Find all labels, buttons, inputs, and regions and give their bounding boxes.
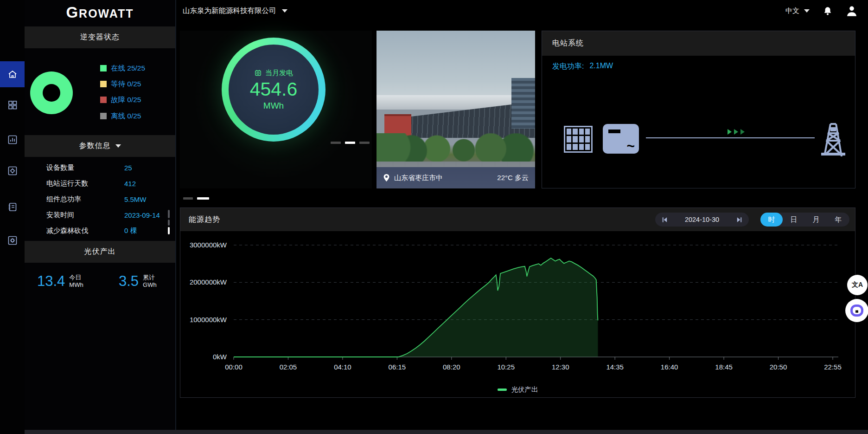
generation-power: 发电功率:2.1MW — [552, 62, 613, 71]
param-row: 电站运行天数412 — [25, 175, 175, 191]
rail-item-device[interactable] — [0, 158, 25, 184]
brand-logo: GROWATT — [25, 4, 175, 21]
pv-total: 3.5 累计GWh — [119, 273, 157, 290]
energy-trend-title: 能源趋势 — [189, 215, 220, 225]
plant-selector[interactable]: 山东泉为新能源科技有限公司 — [183, 6, 287, 16]
settings-gear-icon — [7, 235, 18, 246]
inverter-icon: ~ — [603, 124, 639, 154]
notifications-button[interactable] — [823, 6, 833, 16]
monthly-generation-card: 当月发电 454.6 MWh — [180, 31, 372, 188]
tab-hour[interactable]: 时 — [760, 213, 783, 227]
svg-text:04:10: 04:10 — [334, 363, 351, 371]
left-panel: GROWATT 逆变器状态 在线 25/25 等待 0/25 故障 0/25 离… — [25, 0, 176, 434]
selected-date[interactable]: 2024-10-30 — [685, 216, 719, 223]
svg-text:16:40: 16:40 — [661, 363, 678, 371]
tab-month[interactable]: 月 — [805, 213, 827, 227]
gauge-value: 454.6 — [250, 78, 298, 100]
legend-swatch — [498, 389, 507, 391]
inverter-status-title: 逆变器状态 — [80, 32, 120, 42]
language-selector[interactable]: 中文 — [785, 6, 810, 15]
waiting-swatch — [100, 81, 107, 87]
account-button[interactable] — [846, 5, 858, 17]
fault-swatch — [100, 97, 107, 103]
panel-scroll-indicator[interactable] — [168, 210, 170, 234]
svg-text:10:25: 10:25 — [497, 363, 515, 371]
language-label: 中文 — [785, 6, 799, 15]
svg-text:20:50: 20:50 — [770, 363, 787, 371]
assistant-mascot-icon — [850, 304, 863, 317]
rail-item-settings[interactable] — [0, 227, 25, 253]
period-tabs: 时 日 月 年 — [760, 213, 849, 227]
plant-photo-card: 山东省枣庄市中 22°C 多云 — [377, 31, 535, 188]
carousel-dot-active[interactable] — [345, 142, 355, 144]
location-bar: 山东省枣庄市中 22°C 多云 — [377, 167, 535, 188]
rail-item-home[interactable] — [0, 61, 25, 87]
chart-legend[interactable]: 光伏产出 — [498, 385, 538, 394]
horizontal-scrollbar[interactable] — [0, 430, 868, 434]
params-title: 参数信息 — [79, 141, 111, 151]
svg-text:18:45: 18:45 — [715, 363, 733, 371]
gauge-unit: MWh — [263, 101, 284, 111]
status-offline: 离线 0/25 — [100, 111, 141, 121]
svg-text:3000000kW: 3000000kW — [190, 241, 227, 249]
apps-grid-icon — [7, 99, 18, 110]
photo-glass-building — [511, 78, 535, 129]
online-swatch — [100, 65, 107, 71]
bar-chart-icon — [7, 134, 18, 145]
plant-location: 山东省枣庄市中 — [394, 174, 443, 182]
photo-trees — [377, 133, 535, 162]
svg-text:00:00: 00:00 — [225, 363, 243, 371]
monthly-generation-gauge: 当月发电 454.6 MWh — [222, 38, 326, 142]
status-online: 在线 25/25 — [100, 64, 145, 73]
translate-fab[interactable]: 文A — [847, 275, 868, 295]
bell-icon — [823, 6, 833, 16]
carousel-dot[interactable] — [359, 142, 370, 144]
inverter-status-donut — [30, 71, 73, 114]
rail-item-logs[interactable] — [0, 194, 25, 220]
tab-day[interactable]: 日 — [783, 213, 805, 227]
rail-item-analytics[interactable] — [0, 127, 25, 153]
translate-icon: 文A — [852, 281, 863, 289]
power-flow-line — [646, 137, 815, 138]
skip-next-icon — [736, 216, 743, 223]
status-waiting: 等待 0/25 — [100, 79, 141, 89]
svg-text:14:35: 14:35 — [606, 363, 624, 371]
solar-panel-icon — [564, 126, 593, 153]
grid-tower-icon — [818, 121, 848, 156]
svg-text:02:05: 02:05 — [280, 363, 297, 371]
weather-info: 22°C 多云 — [497, 174, 529, 182]
tab-year[interactable]: 年 — [827, 213, 849, 227]
sidebar-rail — [0, 0, 25, 434]
user-avatar-icon — [846, 5, 858, 17]
logbook-icon — [7, 201, 18, 213]
carousel-dot[interactable] — [183, 197, 193, 200]
next-date-button[interactable] — [736, 216, 743, 223]
carousel-dot-active[interactable] — [197, 197, 209, 200]
svg-text:08:20: 08:20 — [443, 363, 460, 371]
param-row: 设备数量25 — [25, 160, 175, 175]
params-header[interactable]: 参数信息 — [25, 135, 175, 157]
station-system-card: 电站系统 发电功率:2.1MW ~ — [542, 31, 855, 188]
cards-carousel-dots — [183, 197, 209, 200]
svg-text:22:55: 22:55 — [824, 363, 842, 371]
chevron-down-icon — [115, 144, 121, 148]
svg-text:06:15: 06:15 — [389, 363, 406, 371]
rail-item-apps[interactable] — [0, 92, 25, 118]
prev-date-button[interactable] — [661, 216, 668, 223]
inverter-status-header: 逆变器状态 — [25, 26, 175, 48]
energy-trend-panel: 能源趋势 2024-10-30 时 日 月 年 — [180, 207, 855, 398]
date-picker[interactable]: 2024-10-30 — [655, 213, 749, 227]
pv-output-title: 光伏产出 — [84, 247, 116, 257]
svg-text:12:30: 12:30 — [552, 363, 569, 371]
location-pin-icon — [383, 174, 390, 182]
meter-icon — [254, 69, 262, 77]
topbar: 山东泉为新能源科技有限公司 中文 — [175, 0, 868, 22]
legend-label: 光伏产出 — [511, 385, 538, 394]
carousel-dot[interactable] — [331, 142, 341, 144]
assistant-fab[interactable] — [845, 299, 868, 322]
energy-trend-header: 能源趋势 2024-10-30 时 日 月 年 — [180, 208, 855, 231]
power-flow-arrows — [728, 129, 745, 135]
param-row: 安装时间2023-09-14 — [25, 207, 175, 223]
station-system-header: 电站系统 — [542, 31, 855, 56]
svg-text:0kW: 0kW — [213, 353, 227, 361]
